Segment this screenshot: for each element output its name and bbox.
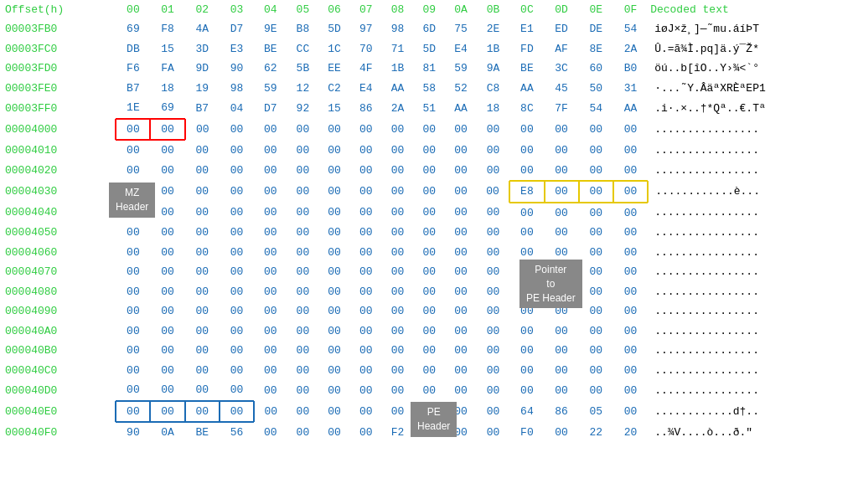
byte-cell: 00 [150,401,184,423]
col-header-01: 01 [150,0,184,19]
byte-cell: 1E [116,98,150,119]
decoded-cell: ................ [648,140,858,161]
byte-cell: BE [185,422,220,443]
byte-cell: 00 [287,422,319,443]
byte-cell: 00 [287,181,319,203]
offset-cell: 00004000 [0,119,116,141]
byte-cell: EE [318,59,350,79]
byte-cell: 00 [220,243,254,263]
byte-cell: 00 [150,361,184,381]
byte-cell: 00 [350,361,382,381]
byte-cell: E4 [350,79,382,99]
byte-cell: 00 [150,243,184,263]
byte-cell: 00 [254,341,287,361]
byte-cell: 00 [318,262,350,282]
table-row: 00003FC0DB153DE3BECC1C70715DE41BFDAF8E2A… [0,39,858,59]
decoded-cell: .i·.×..†*Qª..€.Tª [648,98,858,119]
byte-cell: 00 [545,181,579,203]
byte-cell: 00 [150,223,184,243]
byte-cell: 00 [445,140,477,161]
byte-cell: 00 [382,243,414,263]
byte-cell: 00 [477,203,509,224]
byte-cell: 56 [220,422,254,443]
col-header-02: 02 [185,0,220,19]
byte-cell: 00 [545,361,579,381]
table-row: 0000401000000000000000000000000000000000… [0,140,858,161]
byte-cell: 00 [185,361,220,381]
byte-cell: 00 [220,321,254,342]
byte-cell: 00 [116,119,150,141]
byte-cell: 00 [254,203,287,224]
byte-cell: 00 [116,181,150,203]
byte-cell: 00 [545,140,579,161]
byte-cell: 00 [220,341,254,361]
byte-cell: 00 [613,361,648,381]
offset-cell: 00003FF0 [0,98,116,119]
byte-cell: 3C [545,59,579,79]
byte-cell: 00 [185,243,220,263]
byte-cell: 51 [413,98,445,119]
byte-cell: 31 [613,79,648,99]
byte-cell: 00 [254,380,287,401]
byte-cell: 00 [254,243,287,263]
table-row: 0000407000000000000000000000000000000000… [0,262,858,282]
table-row: 0000400000000000000000000000000000000000… [0,119,858,141]
byte-cell: BE [509,59,544,79]
byte-cell: 00 [579,223,613,243]
byte-cell: 00 [509,361,544,381]
byte-cell: 8C [509,98,544,119]
byte-cell: 00 [150,119,184,141]
byte-cell: FD [509,39,544,59]
byte-cell: 00 [220,361,254,381]
byte-cell: 00 [287,361,319,381]
byte-cell: 2A [613,39,648,59]
byte-cell: 97 [350,19,382,39]
byte-cell: 00 [477,341,509,361]
table-row: 0000406000000000000000000000000000000000… [0,243,858,263]
byte-cell: 00 [382,262,414,282]
byte-cell: 00 [382,181,414,203]
decoded-cell: ................ [648,161,858,182]
byte-cell: 00 [116,380,150,401]
byte-cell: 00 [287,243,319,263]
col-header-0D: 0D [545,0,579,19]
byte-cell: 00 [350,341,382,361]
byte-cell: 64 [509,401,544,423]
table-row: 000040D000000000000000000000000000000000… [0,380,858,401]
byte-cell: ED [545,19,579,39]
offset-cell: 00004090 [0,301,116,321]
byte-cell: 00 [254,223,287,243]
byte-cell: 00 [445,243,477,263]
byte-cell: 00 [545,301,579,321]
offset-cell: 00003FC0 [0,39,116,59]
byte-cell: 00 [579,282,613,302]
byte-cell: 00 [545,262,579,282]
byte-cell: 00 [613,181,648,203]
byte-cell: B8 [287,19,319,39]
col-header-0A: 0A [445,0,477,19]
byte-cell: 00 [220,140,254,161]
byte-cell: 00 [613,321,648,342]
table-row: 00003FB069F84AD79EB85D97986D752EE1EDDE54… [0,19,858,39]
byte-cell: 00 [579,243,613,263]
byte-cell: 00 [185,301,220,321]
decoded-cell: iøJ×ž¸]—˜mu.áíÞT [648,19,858,39]
byte-cell: 00 [116,223,150,243]
offset-cell: 00004060 [0,243,116,263]
byte-cell: 00 [318,161,350,182]
byte-cell: 5B [287,59,319,79]
byte-cell: 00 [545,119,579,141]
byte-cell: 60 [579,59,613,79]
byte-cell: 00 [318,422,350,443]
byte-cell: 00 [579,341,613,361]
byte-cell: AA [445,98,477,119]
byte-cell: 00 [413,119,445,141]
byte-cell: 00 [413,321,445,342]
byte-cell: 00 [613,203,648,224]
byte-cell: 15 [318,98,350,119]
byte-cell: 9A [477,59,509,79]
byte-cell: 00 [287,401,319,423]
byte-cell: 00 [545,282,579,302]
byte-cell: 00 [413,422,445,443]
byte-cell: 00 [318,321,350,342]
